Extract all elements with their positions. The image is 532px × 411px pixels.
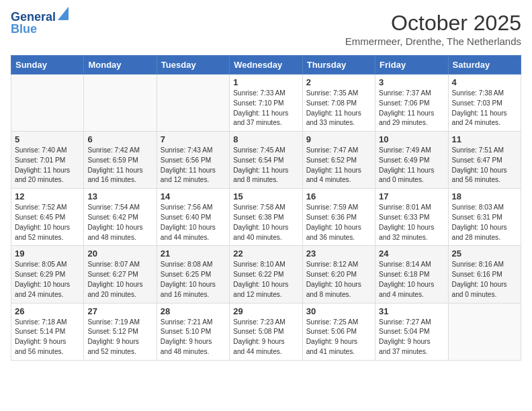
- day-info: Sunrise: 7:33 AM Sunset: 7:10 PM Dayligh…: [233, 89, 298, 128]
- table-row: 12Sunrise: 7:52 AM Sunset: 6:45 PM Dayli…: [11, 189, 84, 246]
- table-row: 22Sunrise: 8:10 AM Sunset: 6:22 PM Dayli…: [230, 246, 302, 303]
- day-info: Sunrise: 8:12 AM Sunset: 6:20 PM Dayligh…: [306, 260, 371, 300]
- calendar-header-row: Sunday Monday Tuesday Wednesday Thursday…: [11, 56, 521, 75]
- day-number: 2: [306, 77, 371, 87]
- calendar-subtitle: Emmermeer, Drenthe, The Netherlands: [345, 36, 521, 47]
- day-info: Sunrise: 8:08 AM Sunset: 6:25 PM Dayligh…: [161, 260, 226, 300]
- day-number: 30: [306, 306, 371, 316]
- day-info: Sunrise: 7:21 AM Sunset: 5:10 PM Dayligh…: [161, 318, 226, 357]
- logo-triangle-icon: [58, 7, 69, 20]
- day-number: 21: [161, 248, 226, 259]
- day-number: 24: [379, 248, 444, 259]
- day-number: 22: [233, 248, 298, 259]
- logo-text-line2: Blue: [11, 23, 37, 36]
- table-row: 27Sunrise: 7:19 AM Sunset: 5:12 PM Dayli…: [84, 303, 157, 360]
- day-number: 18: [452, 191, 517, 201]
- table-row: 18Sunrise: 8:03 AM Sunset: 6:31 PM Dayli…: [448, 189, 521, 246]
- day-number: 6: [87, 134, 152, 144]
- day-number: 5: [15, 134, 80, 144]
- logo: General Blue: [11, 11, 69, 36]
- day-number: 8: [233, 134, 298, 144]
- day-info: Sunrise: 7:38 AM Sunset: 7:03 PM Dayligh…: [452, 89, 517, 128]
- day-info: Sunrise: 7:27 AM Sunset: 5:04 PM Dayligh…: [379, 318, 444, 357]
- day-info: Sunrise: 8:05 AM Sunset: 6:29 PM Dayligh…: [15, 260, 80, 300]
- table-row: 11Sunrise: 7:51 AM Sunset: 6:47 PM Dayli…: [448, 132, 521, 189]
- table-row: 20Sunrise: 8:07 AM Sunset: 6:27 PM Dayli…: [84, 246, 157, 303]
- header-wednesday: Wednesday: [230, 56, 302, 75]
- day-info: Sunrise: 7:40 AM Sunset: 7:01 PM Dayligh…: [15, 146, 80, 185]
- day-number: 19: [15, 248, 80, 259]
- day-info: Sunrise: 7:58 AM Sunset: 6:38 PM Dayligh…: [233, 203, 298, 242]
- header-saturday: Saturday: [448, 56, 521, 75]
- header-friday: Friday: [375, 56, 448, 75]
- day-info: Sunrise: 7:19 AM Sunset: 5:12 PM Dayligh…: [87, 318, 152, 357]
- day-number: 27: [87, 306, 152, 316]
- day-number: 10: [379, 134, 444, 144]
- calendar-week-row: 1Sunrise: 7:33 AM Sunset: 7:10 PM Daylig…: [11, 75, 521, 132]
- table-row: 3Sunrise: 7:37 AM Sunset: 7:06 PM Daylig…: [375, 75, 448, 132]
- table-row: 14Sunrise: 7:56 AM Sunset: 6:40 PM Dayli…: [157, 189, 229, 246]
- table-row: 13Sunrise: 7:54 AM Sunset: 6:42 PM Dayli…: [84, 189, 157, 246]
- table-row: 7Sunrise: 7:43 AM Sunset: 6:56 PM Daylig…: [157, 132, 229, 189]
- day-info: Sunrise: 7:35 AM Sunset: 7:08 PM Dayligh…: [306, 89, 371, 128]
- day-number: 31: [379, 306, 444, 316]
- day-number: 7: [161, 134, 226, 144]
- table-row: 25Sunrise: 8:16 AM Sunset: 6:16 PM Dayli…: [448, 246, 521, 303]
- day-info: Sunrise: 8:14 AM Sunset: 6:18 PM Dayligh…: [379, 260, 444, 300]
- table-row: 8Sunrise: 7:45 AM Sunset: 6:54 PM Daylig…: [230, 132, 302, 189]
- table-row: 2Sunrise: 7:35 AM Sunset: 7:08 PM Daylig…: [302, 75, 375, 132]
- table-row: 19Sunrise: 8:05 AM Sunset: 6:29 PM Dayli…: [11, 246, 84, 303]
- header-monday: Monday: [84, 56, 157, 75]
- calendar-week-row: 12Sunrise: 7:52 AM Sunset: 6:45 PM Dayli…: [11, 189, 521, 246]
- day-info: Sunrise: 7:54 AM Sunset: 6:42 PM Dayligh…: [87, 203, 152, 242]
- day-info: Sunrise: 7:52 AM Sunset: 6:45 PM Dayligh…: [15, 203, 80, 242]
- calendar-table: Sunday Monday Tuesday Wednesday Thursday…: [11, 55, 521, 361]
- table-row: 31Sunrise: 7:27 AM Sunset: 5:04 PM Dayli…: [375, 303, 448, 360]
- table-row: [84, 75, 157, 132]
- table-row: 1Sunrise: 7:33 AM Sunset: 7:10 PM Daylig…: [230, 75, 302, 132]
- table-row: 15Sunrise: 7:58 AM Sunset: 6:38 PM Dayli…: [230, 189, 302, 246]
- day-number: 25: [452, 248, 517, 259]
- table-row: 24Sunrise: 8:14 AM Sunset: 6:18 PM Dayli…: [375, 246, 448, 303]
- day-info: Sunrise: 8:03 AM Sunset: 6:31 PM Dayligh…: [452, 203, 517, 242]
- day-number: 16: [306, 191, 371, 201]
- day-info: Sunrise: 8:07 AM Sunset: 6:27 PM Dayligh…: [87, 260, 152, 300]
- day-info: Sunrise: 8:01 AM Sunset: 6:33 PM Dayligh…: [379, 203, 444, 242]
- day-number: 9: [306, 134, 371, 144]
- calendar-week-row: 26Sunrise: 7:18 AM Sunset: 5:14 PM Dayli…: [11, 303, 521, 360]
- header-thursday: Thursday: [302, 56, 375, 75]
- day-info: Sunrise: 7:45 AM Sunset: 6:54 PM Dayligh…: [233, 146, 298, 185]
- day-number: 29: [233, 306, 298, 316]
- page-header: General Blue October 2025 Emmermeer, Dre…: [11, 11, 521, 47]
- day-number: 23: [306, 248, 371, 259]
- day-number: 20: [87, 248, 152, 259]
- day-number: 1: [233, 77, 298, 87]
- table-row: 29Sunrise: 7:23 AM Sunset: 5:08 PM Dayli…: [230, 303, 302, 360]
- day-info: Sunrise: 7:42 AM Sunset: 6:59 PM Dayligh…: [87, 146, 152, 185]
- header-sunday: Sunday: [11, 56, 84, 75]
- day-info: Sunrise: 7:56 AM Sunset: 6:40 PM Dayligh…: [161, 203, 226, 242]
- table-row: 17Sunrise: 8:01 AM Sunset: 6:33 PM Dayli…: [375, 189, 448, 246]
- table-row: 4Sunrise: 7:38 AM Sunset: 7:03 PM Daylig…: [448, 75, 521, 132]
- table-row: 21Sunrise: 8:08 AM Sunset: 6:25 PM Dayli…: [157, 246, 229, 303]
- day-number: 13: [87, 191, 152, 201]
- table-row: 28Sunrise: 7:21 AM Sunset: 5:10 PM Dayli…: [157, 303, 229, 360]
- day-number: 12: [15, 191, 80, 201]
- calendar-week-row: 19Sunrise: 8:05 AM Sunset: 6:29 PM Dayli…: [11, 246, 521, 303]
- day-info: Sunrise: 7:47 AM Sunset: 6:52 PM Dayligh…: [306, 146, 371, 185]
- table-row: 5Sunrise: 7:40 AM Sunset: 7:01 PM Daylig…: [11, 132, 84, 189]
- day-number: 26: [15, 306, 80, 316]
- day-number: 15: [233, 191, 298, 201]
- table-row: 6Sunrise: 7:42 AM Sunset: 6:59 PM Daylig…: [84, 132, 157, 189]
- day-number: 17: [379, 191, 444, 201]
- day-info: Sunrise: 7:43 AM Sunset: 6:56 PM Dayligh…: [161, 146, 226, 185]
- day-info: Sunrise: 7:37 AM Sunset: 7:06 PM Dayligh…: [379, 89, 444, 128]
- header-tuesday: Tuesday: [157, 56, 229, 75]
- table-row: [448, 303, 521, 360]
- table-row: 9Sunrise: 7:47 AM Sunset: 6:52 PM Daylig…: [302, 132, 375, 189]
- table-row: 26Sunrise: 7:18 AM Sunset: 5:14 PM Dayli…: [11, 303, 84, 360]
- day-info: Sunrise: 7:51 AM Sunset: 6:47 PM Dayligh…: [452, 146, 517, 185]
- calendar-title: October 2025: [345, 11, 521, 36]
- day-info: Sunrise: 8:16 AM Sunset: 6:16 PM Dayligh…: [452, 260, 517, 300]
- day-info: Sunrise: 7:18 AM Sunset: 5:14 PM Dayligh…: [15, 318, 80, 357]
